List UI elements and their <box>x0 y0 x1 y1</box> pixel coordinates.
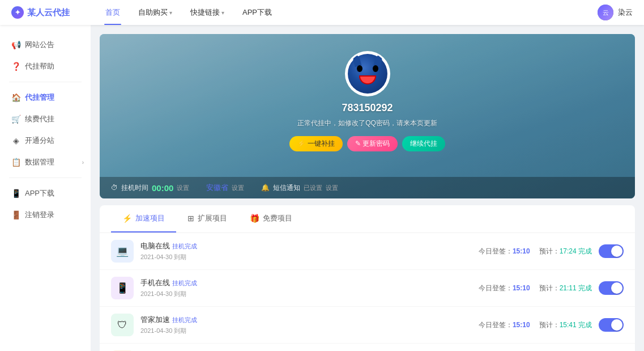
main-nav: 首页 自助购买 ▾ 快捷链接 ▾ APP下载 <box>96 0 598 25</box>
logo-text: 某人云代挂 <box>27 7 70 18</box>
logo-icon: ✦ <box>11 6 24 19</box>
today-label: 今日登签：15:10 <box>479 284 530 293</box>
sidebar-section-manage: 🏠 代挂管理 🛒 续费代挂 ◈ 开通分站 📋 数据管理 › <box>0 87 91 173</box>
item-title-mobile-online: 手机在线挂机完成 <box>140 278 472 288</box>
today-label: 今日登签：15:10 <box>479 247 530 256</box>
profile-avatar-wrapper <box>345 51 390 96</box>
predict-label: 预计：15:41 完成 <box>539 320 592 330</box>
status-notify: 🔔 短信通知 已设置 设置 <box>261 183 338 193</box>
boost-tab-icon: ⚡ <box>122 214 132 223</box>
sidebar-item-branch[interactable]: ◈ 开通分站 <box>0 130 91 151</box>
page-layout: 📢 网站公告 ❓ 代挂帮助 🏠 代挂管理 🛒 续费代挂 ◈ 开通分站 <box>0 25 644 351</box>
notify-status: 已设置 <box>304 184 322 192</box>
profile-avatar <box>348 54 387 94</box>
sidebar-item-help[interactable]: ❓ 代挂帮助 <box>0 56 91 77</box>
profile-status-text: 正常代挂中，如修改了QQ密码，请来本页更新 <box>297 119 437 128</box>
province-value: 安徽省 <box>206 183 228 193</box>
data-icon: 📋 <box>11 158 20 167</box>
predict-label: 预计：17:24 完成 <box>539 247 592 256</box>
sidebar-item-data[interactable]: 📋 数据管理 › <box>0 151 91 173</box>
item-info-guardian-boost: 管家加速挂机完成2021-04-30 到期 <box>140 315 472 335</box>
nav-buy-arrow: ▾ <box>169 10 172 16</box>
nav-buy[interactable]: 自助购买 ▾ <box>129 0 181 25</box>
predict-label: 预计：21:11 完成 <box>539 284 592 293</box>
item-row: 🚀宠爱加速挂机完成2021-04-30 到期 <box>100 344 635 351</box>
status-banner: ⏱ 挂机时间 00:00 设置 安徽省 设置 🔔 短信通知 已设置 设置 <box>100 177 635 198</box>
item-title-guardian-boost: 管家加速挂机完成 <box>140 315 472 325</box>
today-label: 今日登签：15:10 <box>479 320 530 330</box>
clock-icon: ⏱ <box>111 184 118 192</box>
change-password-button[interactable]: ✎ 更新密码 <box>347 136 398 151</box>
sidebar-item-app[interactable]: 📱 APP下载 <box>0 183 91 204</box>
item-stats-pc-online: 今日登签：15:10 预计：17:24 完成 <box>479 247 592 256</box>
main-content: 783150292 正常代挂中，如修改了QQ密码，请来本页更新 ⚡ 一键补挂 ✎… <box>91 25 644 351</box>
nav-links-arrow: ▾ <box>221 10 224 16</box>
extend-tab-icon: ⊞ <box>187 214 194 223</box>
logo[interactable]: ✦ 某人云代挂 <box>11 6 79 19</box>
banner-content: 783150292 正常代挂中，如修改了QQ密码，请来本页更新 ⚡ 一键补挂 ✎… <box>100 34 635 163</box>
logout-icon: 🚪 <box>11 210 20 219</box>
header: ✦ 某人云代挂 首页 自助购买 ▾ 快捷链接 ▾ APP下载 云 染云 <box>0 0 644 25</box>
item-date-pc-online: 2021-04-30 到期 <box>140 253 472 261</box>
item-icon-pc-online: 💻 <box>111 240 134 263</box>
toggle-mobile-online[interactable] <box>599 281 624 295</box>
avatar: 云 <box>598 5 613 20</box>
tabs-header: ⚡ 加速项目 ⊞ 扩展项目 🎁 免费项目 <box>100 205 635 233</box>
free-tab-icon: 🎁 <box>250 214 259 223</box>
continue-button[interactable]: 继续代挂 <box>402 136 445 151</box>
user-menu[interactable]: 云 染云 <box>598 5 633 20</box>
time-set-button[interactable]: 设置 <box>177 184 189 192</box>
stitch-mouth <box>359 75 376 84</box>
item-row: 🛡管家加速挂机完成2021-04-30 到期 今日登签：15:10 预计：15:… <box>100 307 635 344</box>
sidebar-divider-1 <box>9 82 82 82</box>
nav-home[interactable]: 首页 <box>96 0 129 25</box>
renew-button[interactable]: ⚡ 一键补挂 <box>289 136 343 151</box>
app-icon: 📱 <box>11 189 20 198</box>
item-date-mobile-online: 2021-04-30 到期 <box>140 290 472 298</box>
sidebar-item-announcement[interactable]: 📢 网站公告 <box>0 34 91 56</box>
sidebar-section-top: 📢 网站公告 ❓ 代挂帮助 <box>0 34 91 77</box>
expand-arrow-icon: › <box>82 159 84 166</box>
nav-app[interactable]: APP下载 <box>233 0 281 25</box>
renew-icon: 🛒 <box>11 115 20 124</box>
time-value: 00:00 <box>152 183 173 193</box>
item-icon-mobile-online: 📱 <box>111 277 134 299</box>
province-set-button[interactable]: 设置 <box>232 184 244 192</box>
sidebar-item-logout[interactable]: 🚪 注销登录 <box>0 204 91 226</box>
item-title-pc-online: 电脑在线挂机完成 <box>140 241 472 251</box>
megaphone-icon: 📢 <box>11 40 20 49</box>
profile-user-id: 783150292 <box>342 102 393 114</box>
toggle-guardian-boost[interactable] <box>599 318 624 332</box>
item-info-mobile-online: 手机在线挂机完成2021-04-30 到期 <box>140 278 472 298</box>
nav-links[interactable]: 快捷链接 ▾ <box>181 0 233 25</box>
tabs-section: ⚡ 加速项目 ⊞ 扩展项目 🎁 免费项目 💻电脑在线挂机完成2021-04-30… <box>100 205 635 351</box>
sidebar-item-manage[interactable]: 🏠 代挂管理 <box>0 87 91 108</box>
item-row: 💻电脑在线挂机完成2021-04-30 到期 今日登签：15:10 预计：17:… <box>100 233 635 270</box>
item-list: 💻电脑在线挂机完成2021-04-30 到期 今日登签：15:10 预计：17:… <box>100 233 635 351</box>
tab-free[interactable]: 🎁 免费项目 <box>238 205 304 232</box>
status-time: ⏱ 挂机时间 00:00 设置 <box>111 183 189 193</box>
stitch-eye-right <box>373 65 378 72</box>
user-name: 染云 <box>618 7 633 18</box>
bell-icon: 🔔 <box>261 184 270 192</box>
sidebar: 📢 网站公告 ❓ 代挂帮助 🏠 代挂管理 🛒 续费代挂 ◈ 开通分站 <box>0 25 91 351</box>
branch-icon: ◈ <box>11 136 20 145</box>
profile-actions: ⚡ 一键补挂 ✎ 更新密码 继续代挂 <box>289 136 446 151</box>
sidebar-section-bottom: 📱 APP下载 🚪 注销登录 <box>0 183 91 226</box>
help-icon: ❓ <box>11 62 20 71</box>
sidebar-divider-2 <box>9 177 82 178</box>
status-province: 安徽省 设置 <box>206 183 244 193</box>
profile-banner: 783150292 正常代挂中，如修改了QQ密码，请来本页更新 ⚡ 一键补挂 ✎… <box>100 34 635 198</box>
item-row: 📱手机在线挂机完成2021-04-30 到期 今日登签：15:10 预计：21:… <box>100 270 635 307</box>
item-stats-mobile-online: 今日登签：15:10 预计：21:11 完成 <box>479 284 592 293</box>
stitch-eye-left <box>357 65 362 72</box>
toggle-pc-online[interactable] <box>599 244 624 258</box>
notify-set-button[interactable]: 设置 <box>326 184 338 192</box>
item-icon-guardian-boost: 🛡 <box>111 314 134 336</box>
tab-extend[interactable]: ⊞ 扩展项目 <box>176 205 238 232</box>
item-date-guardian-boost: 2021-04-30 到期 <box>140 327 472 335</box>
sidebar-item-renew[interactable]: 🛒 续费代挂 <box>0 108 91 130</box>
item-stats-guardian-boost: 今日登签：15:10 预计：15:41 完成 <box>479 320 592 330</box>
tab-boost[interactable]: ⚡ 加速项目 <box>111 205 176 232</box>
home-icon: 🏠 <box>11 93 20 102</box>
